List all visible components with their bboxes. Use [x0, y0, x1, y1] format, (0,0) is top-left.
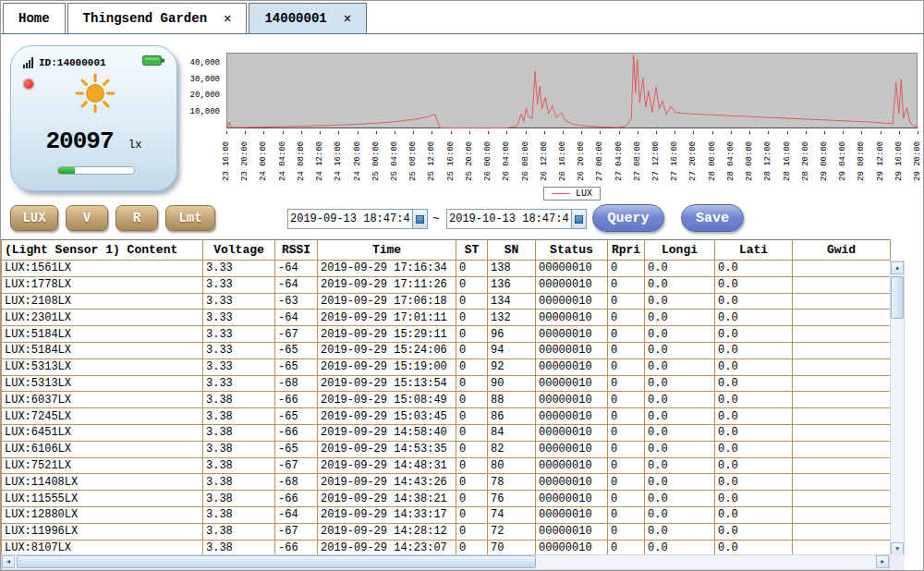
- table-cell: -67: [275, 523, 318, 540]
- save-button[interactable]: Save: [681, 204, 744, 232]
- controls-row: LUX V R Lmt ~ Query Save: [1, 203, 924, 237]
- table-cell: LUX:1778LX: [2, 276, 203, 293]
- table-row[interactable]: LUX:2301LX3.33-642019-09-29 17:01:110132…: [2, 310, 891, 326]
- table-cell: 00000010: [536, 424, 608, 441]
- table-cell: 0.0: [645, 441, 715, 457]
- table-row[interactable]: LUX:5184LX3.33-652019-09-29 15:24:060940…: [2, 342, 891, 358]
- vertical-scroll-thumb[interactable]: [891, 276, 904, 319]
- table-cell: 0: [456, 261, 488, 277]
- table-cell: LUX:11408LX: [2, 474, 203, 491]
- table-cell: 3.38: [203, 408, 275, 425]
- close-icon[interactable]: ✕: [224, 12, 231, 25]
- table-cell: 2019-09-29 15:24:06: [318, 342, 456, 358]
- x-axis-tick-label: 26 04:00: [502, 135, 512, 185]
- column-header: (Light Sensor 1) Content: [2, 240, 203, 261]
- table-cell: -64: [275, 506, 318, 523]
- table-row[interactable]: LUX:6106LX3.38-652019-09-29 14:53:350820…: [2, 441, 891, 457]
- lux-line-svg: [227, 54, 918, 129]
- table-row[interactable]: LUX:2108LX3.33-632019-09-29 17:06:180134…: [2, 293, 891, 310]
- table-cell: 3.33: [203, 276, 275, 293]
- table-cell: 0: [608, 358, 645, 375]
- x-axis-tick-label: 27 16:00: [670, 135, 680, 185]
- table-row[interactable]: LUX:7245LX3.38-652019-09-29 15:03:450860…: [2, 408, 891, 425]
- column-header: Lati: [715, 240, 793, 261]
- table-cell: 0.0: [645, 506, 715, 523]
- table-row[interactable]: LUX:11408LX3.38-682019-09-29 14:43:26078…: [2, 474, 891, 491]
- table-cell: 0.0: [715, 424, 793, 441]
- table-row[interactable]: LUX:1778LX3.33-642019-09-29 17:11:260136…: [2, 276, 891, 293]
- date-to-picker-button[interactable]: [572, 209, 587, 229]
- table-cell: [793, 523, 891, 540]
- close-icon[interactable]: ✕: [344, 12, 351, 25]
- table-cell: 00000010: [536, 293, 608, 310]
- table-row[interactable]: LUX:12880LX3.38-642019-09-29 14:33:17074…: [2, 506, 891, 523]
- x-axis-tick-label: 26 08:00: [521, 135, 531, 185]
- table-cell: -65: [275, 342, 318, 358]
- date-from-input[interactable]: [287, 209, 413, 229]
- table-cell: 3.38: [203, 491, 275, 507]
- table-cell: 0: [608, 457, 645, 474]
- date-from-picker-button[interactable]: [413, 209, 428, 229]
- table-cell: 00000010: [536, 491, 608, 507]
- table-cell: 0.0: [715, 342, 793, 358]
- table-cell: 0: [456, 457, 488, 474]
- table-row[interactable]: LUX:7521LX3.38-672019-09-29 14:48:310800…: [2, 457, 891, 474]
- voltage-button[interactable]: V: [66, 205, 108, 231]
- x-axis-tick-label: 25 16:00: [446, 135, 456, 185]
- horizontal-scrollbar[interactable]: ◄ ►: [1, 554, 890, 570]
- table-cell: -65: [275, 441, 318, 457]
- table-cell: 0.0: [715, 392, 793, 408]
- tab-home[interactable]: Home: [3, 3, 66, 33]
- table-cell: 2019-09-29 14:48:31: [318, 457, 456, 474]
- table-cell: 0.0: [715, 310, 793, 326]
- level-progress-bar: [57, 166, 135, 175]
- table-row[interactable]: LUX:6037LX3.38-662019-09-29 15:08:490880…: [2, 392, 891, 408]
- table-cell: 0.0: [715, 441, 793, 457]
- scroll-up-arrow-icon[interactable]: ▲: [891, 261, 904, 274]
- scroll-left-arrow-icon[interactable]: ◄: [2, 555, 15, 568]
- table-cell: -66: [275, 491, 318, 507]
- table-cell: 0: [456, 326, 488, 343]
- x-axis-labels: 23 16:0023 20:0024 00:0024 04:0024 08:00…: [226, 131, 918, 185]
- tab-thingsend-garden[interactable]: Thingsend Garden ✕: [67, 3, 248, 33]
- table-cell: LUX:5313LX: [2, 375, 203, 392]
- table-row[interactable]: LUX:11555LX3.38-662019-09-29 14:38:21076…: [2, 491, 891, 507]
- table-row[interactable]: LUX:11996LX3.38-672019-09-29 14:28:12072…: [2, 523, 891, 540]
- y-axis-labels: 10,00020,00030,00040,000: [184, 53, 223, 128]
- table-cell: -66: [275, 392, 318, 408]
- table-cell: LUX:2301LX: [2, 310, 203, 326]
- limit-button[interactable]: Lmt: [165, 205, 215, 231]
- table-cell: [793, 358, 891, 375]
- table-cell: [793, 392, 891, 408]
- y-axis-tick-label: 40,000: [190, 58, 220, 67]
- lux-button[interactable]: LUX: [10, 205, 58, 231]
- table-row[interactable]: LUX:5313LX3.33-682019-09-29 15:13:540900…: [2, 375, 891, 392]
- table-row[interactable]: LUX:5184LX3.33-672019-09-29 15:29:110960…: [2, 326, 891, 343]
- table-cell: LUX:2108LX: [2, 293, 203, 310]
- table-cell: 0.0: [645, 310, 715, 326]
- table-cell: 0.0: [645, 276, 715, 293]
- scroll-down-arrow-icon[interactable]: ▼: [891, 542, 904, 555]
- table-row[interactable]: LUX:5313LX3.33-652019-09-29 15:19:000920…: [2, 358, 891, 375]
- tab-14000001[interactable]: 14000001 ✕: [249, 3, 367, 33]
- table-cell: 0: [456, 342, 488, 358]
- x-axis-tick-label: 25 08:00: [408, 135, 419, 185]
- table-cell: 0: [608, 392, 645, 408]
- tab-bar: Home Thingsend Garden ✕ 14000001 ✕: [1, 1, 923, 34]
- table-cell: 00000010: [536, 375, 608, 392]
- x-axis-tick-label: 24 16:00: [334, 135, 344, 185]
- status-led-icon: [24, 79, 33, 89]
- horizontal-scroll-thumb[interactable]: [17, 555, 536, 568]
- table-row[interactable]: LUX:1561LX3.33-642019-09-29 17:16:340138…: [2, 261, 891, 277]
- table-cell: 134: [488, 293, 536, 310]
- scroll-right-arrow-icon[interactable]: ►: [876, 555, 889, 568]
- date-to-input[interactable]: [446, 209, 572, 229]
- vertical-scrollbar[interactable]: ▲ ▼: [890, 261, 905, 556]
- table-cell: [793, 408, 891, 425]
- table-row[interactable]: LUX:6451LX3.38-662019-09-29 14:58:400840…: [2, 424, 891, 441]
- table-cell: LUX:12880LX: [2, 506, 203, 523]
- rssi-button[interactable]: R: [116, 205, 158, 231]
- table-cell: 94: [488, 342, 536, 358]
- table-cell: 3.38: [203, 474, 275, 491]
- query-button[interactable]: Query: [592, 204, 664, 232]
